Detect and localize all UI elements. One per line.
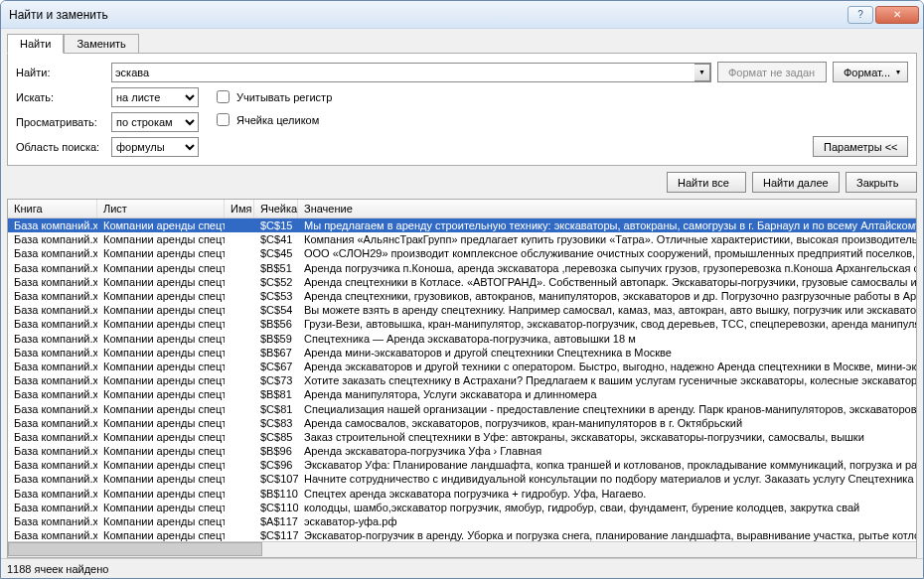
cell-book: База компаний.xlsx bbox=[8, 502, 97, 513]
horizontal-scrollbar[interactable] bbox=[8, 541, 916, 557]
table-row[interactable]: База компаний.xlsxКомпании аренды спецте… bbox=[8, 360, 916, 373]
table-row[interactable]: База компаний.xlsxКомпании аренды спецте… bbox=[8, 275, 916, 289]
cell-value: Аренда спецтехники, грузовиков, автокран… bbox=[298, 290, 916, 302]
parameters-button[interactable]: Параметры << bbox=[813, 136, 908, 157]
area-label: Область поиска: bbox=[16, 141, 105, 153]
cell-value: Компания «АльянсТракГрупп» предлагает ку… bbox=[298, 233, 916, 245]
find-history-dropdown[interactable]: ▼ bbox=[694, 64, 710, 81]
table-row[interactable]: База компаний.xlsxКомпании аренды спецте… bbox=[8, 246, 916, 260]
table-row[interactable]: База компаний.xlsxКомпании аренды спецте… bbox=[8, 346, 916, 360]
cell-ref: $C$73 bbox=[254, 374, 298, 386]
cell-ref: $B$67 bbox=[254, 347, 298, 359]
cell-sheet: Компании аренды спецтехники bbox=[97, 347, 225, 359]
table-row[interactable]: База компаний.xlsxКомпании аренды спецте… bbox=[8, 261, 916, 275]
action-buttons: Найти все Найти далее Закрыть bbox=[1, 166, 923, 199]
cell-book: База компаний.xlsx bbox=[8, 529, 97, 541]
results-header: Книга Лист Имя Ячейка Значение bbox=[8, 200, 916, 218]
cell-ref: $C$117 bbox=[254, 529, 298, 541]
area-select[interactable]: формулы bbox=[111, 137, 199, 157]
browse-select[interactable]: по строкам bbox=[111, 112, 199, 132]
cell-sheet: Компании аренды спецтехники bbox=[97, 247, 225, 259]
table-row[interactable]: База компаний.xlsxКомпании аренды спецте… bbox=[8, 289, 916, 303]
cell-sheet: Компании аренды спецтехники bbox=[97, 262, 225, 274]
match-case-checkbox[interactable] bbox=[217, 90, 230, 103]
table-row[interactable]: База компаний.xlsxКомпании аренды спецте… bbox=[8, 430, 916, 444]
table-row[interactable]: База компаний.xlsxКомпании аренды спецте… bbox=[8, 401, 916, 415]
cell-sheet: Компании аренды спецтехники bbox=[97, 374, 225, 386]
table-row[interactable]: База компаний.xlsxКомпании аренды спецте… bbox=[8, 373, 916, 387]
cell-value: Мы предлагаем в аренду строительную техн… bbox=[298, 219, 916, 231]
cell-sheet: Компании аренды спецтехники bbox=[97, 233, 225, 245]
table-row[interactable]: База компаний.xlsxКомпании аренды спецте… bbox=[8, 501, 916, 514]
cell-sheet: Компании аренды спецтехники bbox=[97, 473, 225, 485]
table-row[interactable]: База компаний.xlsxКомпании аренды спецте… bbox=[8, 416, 916, 430]
find-next-button[interactable]: Найти далее bbox=[752, 172, 840, 193]
table-row[interactable]: База компаний.xlsxКомпании аренды спецте… bbox=[8, 528, 916, 541]
cell-book: База компаний.xlsx bbox=[8, 333, 97, 345]
table-row[interactable]: База компаний.xlsxКомпании аренды спецте… bbox=[8, 514, 916, 528]
cell-sheet: Компании аренды спецтехники bbox=[97, 502, 225, 513]
cell-book: База компаний.xlsx bbox=[8, 247, 97, 259]
cell-value: Хотите заказать спецтехнику в Астрахани?… bbox=[298, 374, 916, 386]
cell-ref: $C$54 bbox=[254, 304, 298, 316]
tab-replace[interactable]: Заменить bbox=[64, 34, 138, 54]
cell-value: Аренда манипулятора, Услуги экскаватора … bbox=[298, 388, 916, 400]
cell-value: Грузи-Вези, автовышка, кран-манипулятор,… bbox=[298, 318, 916, 330]
cell-book: База компаний.xlsx bbox=[8, 459, 97, 471]
col-header-sheet[interactable]: Лист bbox=[97, 200, 225, 217]
match-case-label: Учитывать регистр bbox=[236, 91, 332, 103]
cell-book: База компаний.xlsx bbox=[8, 290, 97, 302]
cell-sheet: Компании аренды спецтехники bbox=[97, 445, 225, 457]
help-button[interactable]: ? bbox=[847, 6, 873, 24]
cell-book: База компаний.xlsx bbox=[8, 403, 97, 415]
cell-value: Экскаватор-погрузчик в аренду. Уборка и … bbox=[298, 529, 916, 541]
cell-ref: $C$45 bbox=[254, 247, 298, 259]
cell-ref: $C$110 bbox=[254, 502, 298, 513]
results-body[interactable]: База компаний.xlsxКомпании аренды спецте… bbox=[8, 218, 916, 541]
table-row[interactable]: База компаний.xlsxКомпании аренды спецте… bbox=[8, 332, 916, 346]
whole-cell-checkbox[interactable] bbox=[217, 113, 230, 126]
cell-ref: $C$15 bbox=[254, 219, 298, 231]
cell-value: колодцы, шамбо,экскаватор погрузчик, ямо… bbox=[298, 502, 916, 513]
table-row[interactable]: База компаний.xlsxКомпании аренды спецте… bbox=[8, 387, 916, 401]
cell-sheet: Компании аренды спецтехники bbox=[97, 529, 225, 541]
table-row[interactable]: База компаний.xlsxКомпании аренды спецте… bbox=[8, 303, 916, 317]
find-input[interactable] bbox=[111, 63, 711, 82]
cell-ref: $B$56 bbox=[254, 318, 298, 330]
table-row[interactable]: База компаний.xlsxКомпании аренды спецте… bbox=[8, 487, 916, 501]
tab-find[interactable]: Найти bbox=[7, 34, 64, 54]
cell-sheet: Компании аренды спецтехники bbox=[97, 219, 225, 231]
cell-ref: $C$96 bbox=[254, 459, 298, 471]
status-text: 1188 ячеек найдено bbox=[7, 563, 108, 575]
close-window-button[interactable]: ✕ bbox=[875, 6, 919, 24]
format-button[interactable]: Формат... bbox=[833, 62, 908, 82]
col-header-book[interactable]: Книга bbox=[8, 200, 97, 217]
table-row[interactable]: База компаний.xlsxКомпании аренды спецте… bbox=[8, 218, 916, 232]
close-button[interactable]: Закрыть bbox=[846, 172, 917, 193]
search-pane: Найти: ▼ Формат не задан Формат... Искат… bbox=[7, 53, 917, 166]
scrollbar-thumb[interactable] bbox=[8, 542, 262, 556]
cell-book: База компаний.xlsx bbox=[8, 304, 97, 316]
cell-book: База компаний.xlsx bbox=[8, 488, 97, 500]
look-in-select[interactable]: на листе bbox=[111, 87, 199, 107]
cell-value: ООО «СЛОН29» производит комплексное обсл… bbox=[298, 247, 916, 259]
whole-cell-label: Ячейка целиком bbox=[236, 114, 319, 126]
cell-value: эскаватор-уфа.рф bbox=[298, 515, 916, 527]
table-row[interactable]: База компаний.xlsxКомпании аренды спецте… bbox=[8, 458, 916, 472]
cell-value: Начните сотрудничество с индивидуальной … bbox=[298, 473, 916, 485]
cell-ref: $B$51 bbox=[254, 262, 298, 274]
table-row[interactable]: База компаний.xlsxКомпании аренды спецте… bbox=[8, 317, 916, 331]
col-header-value[interactable]: Значение bbox=[298, 200, 916, 217]
find-all-button[interactable]: Найти все bbox=[667, 172, 746, 193]
look-in-label: Искать: bbox=[16, 91, 105, 103]
cell-sheet: Компании аренды спецтехники bbox=[97, 417, 225, 429]
window-title: Найти и заменить bbox=[5, 8, 847, 22]
col-header-name[interactable]: Имя bbox=[225, 200, 254, 217]
table-row[interactable]: База компаний.xlsxКомпании аренды спецте… bbox=[8, 232, 916, 246]
cell-book: База компаний.xlsx bbox=[8, 388, 97, 400]
table-row[interactable]: База компаний.xlsxКомпании аренды спецте… bbox=[8, 444, 916, 458]
table-row[interactable]: База компаний.xlsxКомпании аренды спецте… bbox=[8, 472, 916, 486]
col-header-cell[interactable]: Ячейка bbox=[254, 200, 298, 217]
browse-label: Просматривать: bbox=[16, 116, 105, 128]
cell-book: База компаний.xlsx bbox=[8, 361, 97, 372]
